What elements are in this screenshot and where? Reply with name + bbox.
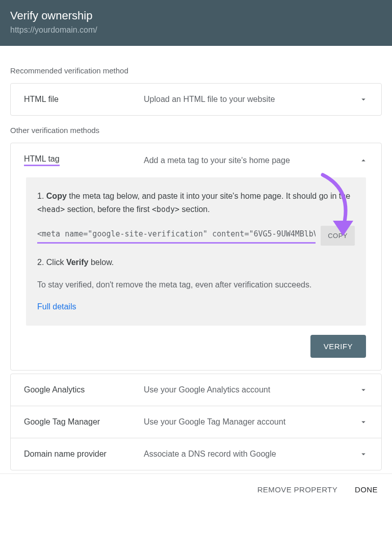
method-desc-dns: Associate a DNS record with Google — [144, 450, 359, 459]
method-name-ga: Google Analytics — [24, 385, 144, 394]
method-name-gtm: Google Tag Manager — [24, 417, 144, 427]
method-row-google-tag-manager[interactable]: Google Tag Manager Use your Google Tag M… — [11, 406, 381, 438]
full-details-link[interactable]: Full details — [37, 300, 76, 313]
method-desc-html-tag: Add a meta tag to your site's home page — [144, 156, 359, 165]
dialog-title: Verify ownership — [10, 9, 382, 22]
method-name-html-file: HTML file — [24, 95, 144, 104]
other-methods-list: Google Analytics Use your Google Analyti… — [10, 374, 382, 470]
recommended-method-card[interactable]: HTML file Upload an HTML file to your we… — [10, 83, 382, 116]
verify-button[interactable]: VERIFY — [310, 335, 366, 358]
method-name-dns: Domain name provider — [24, 450, 144, 459]
html-tag-header-row[interactable]: HTML tag Add a meta tag to your site's h… — [11, 143, 381, 177]
chevron-down-icon — [359, 95, 368, 104]
chevron-down-icon — [359, 385, 368, 394]
step-1-text: 1. Copy the meta tag below, and paste it… — [37, 190, 355, 216]
method-name-html-tag: HTML tag — [24, 154, 144, 166]
remove-property-button[interactable]: REMOVE PROPERTY — [257, 485, 337, 494]
dialog-footer: REMOVE PROPERTY DONE — [0, 473, 392, 505]
method-desc-gtm: Use your Google Tag Manager account — [144, 417, 359, 427]
instructions-panel: 1. Copy the meta tag below, and paste it… — [26, 177, 366, 326]
stay-verified-text: To stay verified, don't remove the meta … — [37, 278, 355, 292]
dialog-subtitle: https://yourdomain.com/ — [10, 25, 382, 35]
method-desc-ga: Use your Google Analytics account — [144, 385, 359, 394]
step-2-text: 2. Click Verify below. — [37, 256, 355, 269]
other-methods-label: Other verification methods — [10, 126, 382, 135]
recommended-label: Recommended verification method — [10, 66, 382, 75]
dialog-header: Verify ownership https://yourdomain.com/ — [0, 0, 392, 46]
chevron-up-icon — [359, 156, 368, 165]
copy-button[interactable]: COPY — [321, 226, 355, 246]
meta-tag-value[interactable]: <meta name="google-site-verification" co… — [37, 228, 316, 244]
chevron-down-icon — [359, 417, 368, 427]
method-row-google-analytics[interactable]: Google Analytics Use your Google Analyti… — [11, 374, 381, 406]
chevron-down-icon — [359, 450, 368, 459]
done-button[interactable]: DONE — [355, 485, 378, 494]
method-desc-html-file: Upload an HTML file to your website — [144, 95, 359, 104]
method-row-domain-provider[interactable]: Domain name provider Associate a DNS rec… — [11, 438, 381, 470]
html-tag-card: HTML tag Add a meta tag to your site's h… — [10, 143, 382, 371]
